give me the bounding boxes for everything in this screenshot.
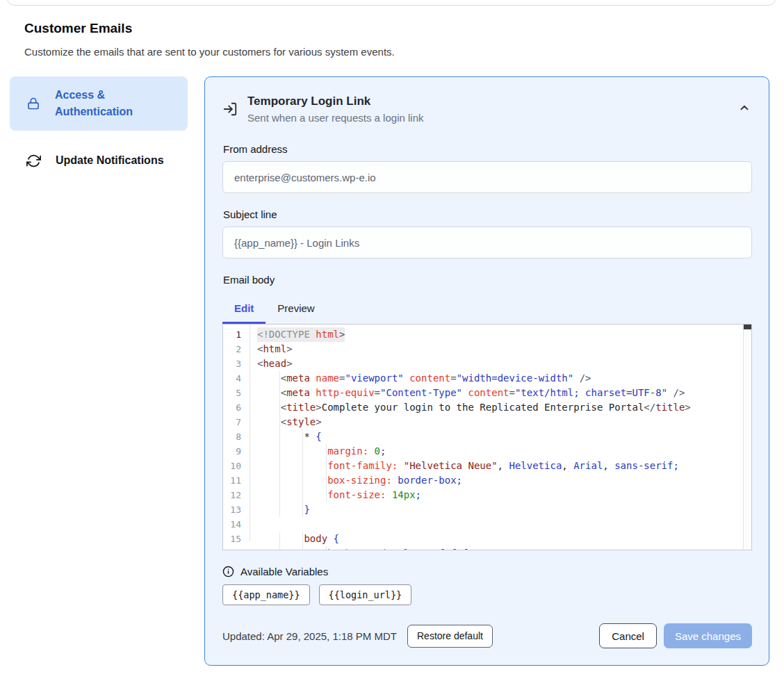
code-line[interactable]: 13} (223, 502, 743, 517)
sidebar-item-update-notifications[interactable]: Update Notifications (10, 142, 188, 179)
refresh-icon (26, 154, 41, 168)
temporary-login-link-panel: Temporary Login Link Sent when a user re… (204, 76, 769, 666)
editor-vertical-scrollbar[interactable] (743, 325, 751, 550)
sidebar-item-label: Access & Authentication (55, 87, 161, 120)
variable-chip-login-url[interactable]: {{login_url}} (319, 584, 412, 605)
save-changes-button[interactable]: Save changes (664, 623, 752, 648)
from-address-input[interactable] (222, 161, 752, 193)
page-title: Customer Emails (24, 21, 132, 36)
cancel-button[interactable]: Cancel (599, 623, 657, 648)
variable-chip-app-name[interactable]: {{app_name}} (222, 584, 310, 605)
tab-edit[interactable]: Edit (222, 296, 266, 324)
code-line[interactable]: 5<meta http-equiv="Content-Type" content… (223, 386, 743, 400)
subject-line-input[interactable] (222, 227, 752, 259)
panel-subtitle: Sent when a user requests a login link (247, 111, 423, 124)
code-line[interactable]: 12font-size: 14px; (223, 488, 743, 502)
code-line[interactable]: 14 (223, 517, 743, 532)
code-line[interactable]: 16background-color: #f8f8f8; (223, 546, 743, 550)
subject-line-field: Subject line (222, 208, 752, 259)
panel-title-block: Temporary Login Link Sent when a user re… (247, 94, 423, 124)
panel-footer: Updated: Apr 29, 2025, 1:18 PM MDT Resto… (222, 623, 752, 648)
from-address-field: From address (222, 143, 752, 193)
collapse-panel-button[interactable] (737, 100, 752, 115)
previous-card-bottom-edge (7, 0, 776, 6)
code-editor[interactable]: 1<!DOCTYPE html>2<html>3<head>4<meta nam… (222, 324, 752, 550)
code-line[interactable]: 11box-sizing: border-box; (223, 473, 743, 488)
code-line[interactable]: 8* { (223, 429, 743, 444)
page-subtitle: Customize the emails that are sent to yo… (24, 46, 395, 58)
lock-icon (26, 97, 40, 110)
editor-tabs: Edit Preview (222, 296, 752, 324)
email-types-sidebar: Access & Authentication Update Notificat… (10, 76, 188, 179)
available-variables-header: Available Variables (222, 566, 752, 577)
code-lines: 1<!DOCTYPE html>2<html>3<head>4<meta nam… (223, 325, 743, 550)
info-icon (222, 566, 234, 577)
code-line[interactable]: 10font-family: "Helvetica Neue", Helveti… (223, 459, 743, 473)
available-variables-label: Available Variables (240, 566, 328, 577)
footer-actions: Cancel Save changes (599, 623, 752, 648)
code-line[interactable]: 1<!DOCTYPE html> (223, 327, 743, 342)
restore-default-button[interactable]: Restore default (407, 625, 493, 648)
sidebar-item-label: Update Notifications (56, 152, 164, 169)
sidebar-item-access-authentication[interactable]: Access & Authentication (10, 76, 188, 131)
code-line[interactable]: 3<head> (223, 356, 743, 371)
tab-preview[interactable]: Preview (266, 296, 326, 324)
code-line[interactable]: 15body { (223, 532, 743, 546)
code-line[interactable]: 9margin: 0; (223, 444, 743, 459)
panel-header: Temporary Login Link Sent when a user re… (222, 94, 752, 124)
from-address-label: From address (223, 143, 752, 155)
chevron-up-icon (738, 101, 751, 114)
panel-title: Temporary Login Link (247, 94, 423, 109)
subject-line-label: Subject line (223, 208, 752, 220)
code-line[interactable]: 6<title>Complete your login to the Repli… (223, 400, 743, 415)
code-line[interactable]: 4<meta name="viewport" content="width=de… (223, 371, 743, 386)
log-in-icon (222, 101, 238, 117)
variable-chips: {{app_name}} {{login_url}} (222, 584, 752, 605)
updated-timestamp: Updated: Apr 29, 2025, 1:18 PM MDT (222, 630, 397, 642)
editor-scrollbar-thumb[interactable] (744, 325, 751, 329)
code-line[interactable]: 2<html> (223, 342, 743, 356)
code-line[interactable]: 7<style> (223, 415, 743, 429)
email-body-label: Email body (223, 274, 752, 286)
